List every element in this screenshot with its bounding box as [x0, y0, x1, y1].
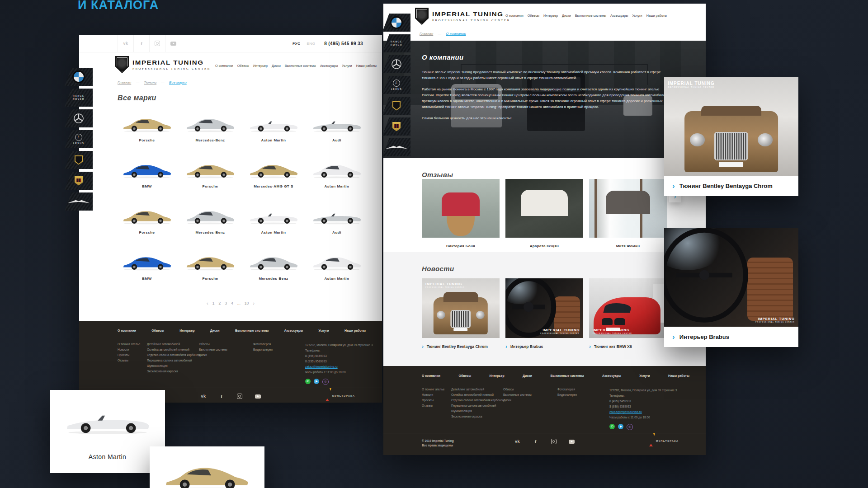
footer-heading[interactable]: Диски	[210, 329, 220, 332]
footer-heading[interactable]: Обвесы	[151, 329, 164, 332]
footer-link[interactable]: Шумоизоляция	[451, 409, 505, 413]
instagram-icon[interactable]	[236, 393, 243, 400]
car-card[interactable]: Mercedes-AMG GT S	[242, 149, 305, 195]
brand-badge-aston-martin[interactable]	[382, 138, 410, 156]
nav-item[interactable]: О компании	[215, 64, 233, 69]
brand-badge-range-rover[interactable]: RANGEROVER	[382, 34, 410, 52]
footer-link[interactable]: Оклейка автомобилей пленкой	[451, 393, 505, 396]
youtube-icon[interactable]	[568, 438, 576, 445]
footer-heading[interactable]: Услуги	[318, 329, 329, 332]
nav-item[interactable]: Наши работы	[356, 64, 377, 69]
footer-link[interactable]: Выхлопные системы	[503, 393, 532, 396]
crumb-tuning[interactable]: Тюнинг	[144, 80, 156, 84]
brand-badge-lexus[interactable]: LLEXUS	[65, 130, 93, 148]
footer-link[interactable]: Проекты	[422, 399, 444, 402]
whatsapp-icon[interactable]: ✆	[609, 424, 615, 429]
nav-item[interactable]: О компании	[505, 14, 524, 19]
brand-badge-aston-martin[interactable]	[65, 192, 93, 211]
footer-heading[interactable]: Обвесы	[458, 374, 471, 377]
car-card[interactable]: Mercedes-Benz	[179, 103, 242, 149]
footer-email[interactable]: zakaz@imperialtuning.ru	[609, 409, 642, 415]
footer-link[interactable]: Диски	[199, 353, 227, 357]
footer-link[interactable]: О тюнинг ателье	[422, 388, 444, 391]
car-card[interactable]: Porsche	[179, 241, 242, 287]
site-logo[interactable]: IMPERIAL TUNING PROFESSIONAL TUNING CENT…	[115, 56, 211, 73]
whatsapp-icon[interactable]: ✆	[305, 379, 311, 384]
footer-link[interactable]: Шумоизоляция	[147, 364, 200, 367]
youtube-icon[interactable]	[254, 393, 261, 400]
footer-heading[interactable]: Интерьер	[179, 329, 194, 332]
nav-item[interactable]: Услуги	[342, 64, 352, 69]
footer-heading[interactable]: О компании	[422, 374, 440, 377]
page-next-arrow[interactable]: ›	[253, 300, 255, 306]
footer-link[interactable]: Фотогалерея	[557, 388, 577, 391]
footer-link[interactable]: Проекты	[118, 353, 140, 357]
youtube-icon[interactable]	[165, 35, 181, 52]
instagram-icon[interactable]	[550, 438, 557, 445]
footer-link[interactable]: Новости	[422, 393, 444, 396]
nav-item[interactable]: Аксессуары	[610, 14, 628, 19]
footer-phone-2[interactable]: 8 (936) 9589933	[609, 404, 682, 409]
footer-link[interactable]: Перешивка салона автомобилей	[147, 359, 200, 362]
nav-item[interactable]: Интерьер	[253, 64, 268, 69]
header-phone[interactable]: 8 (495) 545 99 33	[324, 41, 363, 46]
brand-badge-lamborghini[interactable]	[65, 151, 93, 169]
review-card[interactable]: Виктория Боня	[422, 179, 500, 248]
car-card[interactable]: Aston Martin	[242, 103, 305, 149]
footer-link[interactable]: Новости	[118, 348, 140, 351]
footer-link[interactable]: Фотогалерея	[253, 343, 273, 346]
brand-badge-bmw[interactable]	[382, 14, 410, 32]
floating-card-brabus[interactable]: IMPERIAL TUNINGPROFESSIONAL TUNING CENTE…	[664, 228, 798, 347]
floating-card-bentley[interactable]: IMPERIAL TUNINGPROFESSIONAL TUNING CENTE…	[664, 77, 798, 196]
page-number[interactable]: 4	[231, 301, 233, 305]
facebook-icon[interactable]: f	[218, 393, 225, 400]
vk-icon[interactable]: vk	[118, 35, 134, 52]
brand-badge-porsche[interactable]	[382, 117, 410, 136]
nav-item[interactable]: Диски	[562, 14, 571, 19]
brand-badge-porsche[interactable]	[65, 172, 93, 190]
brand-badge-bmw[interactable]	[65, 68, 93, 86]
crumb-home[interactable]: Главная	[420, 32, 433, 36]
footer-heading[interactable]: Услуги	[639, 374, 650, 377]
footer-heading[interactable]: Аксессуары	[602, 374, 621, 377]
floating-card-porsche[interactable]	[150, 446, 264, 488]
footer-link[interactable]: Выхлопные системы	[199, 348, 227, 351]
footer-phone-1[interactable]: 8 (495) 5459933	[305, 353, 377, 359]
brand-badge-mercedes[interactable]	[382, 55, 410, 73]
nav-item[interactable]: Обвесы	[528, 14, 539, 19]
review-card[interactable]: Митя Фомин	[589, 179, 667, 248]
news-card[interactable]: IMPERIAL TUNINGPROFESSIONAL TUNING CENTE…	[589, 278, 667, 349]
page-number[interactable]: ...	[237, 301, 241, 305]
car-card[interactable]: Mercedes-Benz	[179, 195, 242, 241]
car-card[interactable]: Audi	[305, 103, 368, 149]
page-number[interactable]: 10	[245, 301, 249, 305]
car-card[interactable]: Audi	[305, 195, 368, 241]
agency-credit[interactable]: МУЛЬТЭРАКА	[649, 436, 679, 446]
nav-item[interactable]: Выхлопные системы	[575, 14, 606, 19]
lang-eng[interactable]: ENG	[307, 42, 315, 46]
nav-item[interactable]: Выхлопные системы	[285, 64, 316, 69]
car-card[interactable]: Aston Martin	[305, 149, 368, 195]
telegram-icon[interactable]	[618, 424, 623, 429]
footer-link[interactable]: О тюнинг ателье	[118, 343, 140, 346]
nav-item[interactable]: Интерьер	[543, 14, 558, 19]
footer-link[interactable]: Отделка салона автомобиля карбоном	[451, 399, 505, 402]
nav-item[interactable]: Диски	[272, 64, 281, 69]
nav-item[interactable]: Услуги	[632, 14, 642, 19]
car-card[interactable]: Mercedes-Benz	[242, 241, 305, 287]
footer-link[interactable]: Детейлинг автомобилей	[147, 343, 200, 346]
footer-email[interactable]: zakaz@imperialtuning.ru	[305, 364, 338, 370]
footer-link[interactable]: Отзывы	[118, 359, 140, 362]
footer-link[interactable]: Эксклюзивная окраска	[451, 415, 505, 418]
nav-item[interactable]: Обвесы	[237, 64, 249, 69]
news-card[interactable]: IMPERIAL TUNINGPROFESSIONAL TUNING CENTE…	[505, 278, 583, 349]
brand-badge-lexus[interactable]: LLEXUS	[382, 76, 410, 94]
footer-link[interactable]: Диски	[503, 399, 532, 402]
telegram-icon[interactable]	[314, 379, 319, 384]
viber-icon[interactable]: ✆	[322, 379, 329, 385]
car-card[interactable]: Aston Martin	[305, 241, 368, 287]
facebook-icon[interactable]: f	[134, 35, 150, 52]
footer-heading[interactable]: Наши работы	[668, 374, 689, 377]
footer-phone-2[interactable]: 8 (936) 9589933	[305, 359, 377, 364]
car-card[interactable]: Porsche	[179, 149, 242, 195]
